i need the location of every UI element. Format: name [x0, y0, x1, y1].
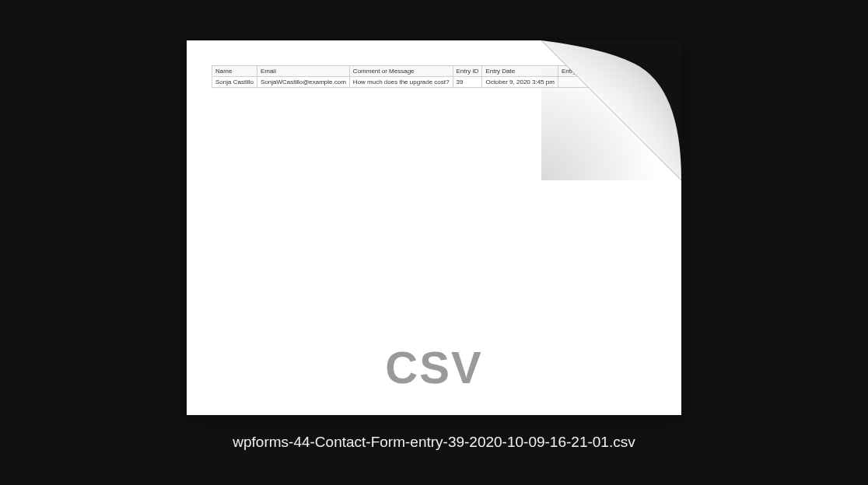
table-header-row: Name Email Comment or Message Entry ID E… [212, 66, 625, 77]
col-entry-notes: Entry Notes [558, 66, 597, 77]
col-entry-date: Entry Date [482, 66, 558, 77]
filename-label: wpforms-44-Contact-Form-entry-39-2020-10… [233, 434, 635, 451]
cell-email: SonjaWCastillo@example.com [257, 77, 349, 88]
cell-entry-notes [558, 77, 597, 88]
col-name: Name [212, 66, 257, 77]
cell-viewed: 1 [597, 77, 625, 88]
col-comment: Comment or Message [349, 66, 453, 77]
csv-data-table: Name Email Comment or Message Entry ID E… [212, 65, 625, 88]
file-type-badge: CSV [187, 341, 681, 393]
file-preview-document[interactable]: Name Email Comment or Message Entry ID E… [187, 40, 681, 415]
table-row: Sonja Castillo SonjaWCastillo@example.co… [212, 77, 625, 88]
col-viewed: Viewed [597, 66, 625, 77]
cell-comment: How much does the upgrade cost? [349, 77, 453, 88]
page-curl-icon [541, 40, 681, 180]
page-curl-shadow [541, 40, 681, 180]
cell-entry-id: 39 [453, 77, 482, 88]
col-entry-id: Entry ID [453, 66, 482, 77]
cell-entry-date: October 9, 2020 3:45 pm [482, 77, 558, 88]
cell-name: Sonja Castillo [212, 77, 257, 88]
col-email: Email [257, 66, 349, 77]
